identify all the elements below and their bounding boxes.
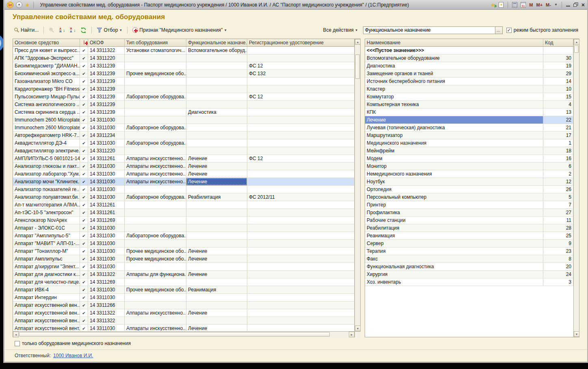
equipment-cell[interactable] [186, 85, 247, 93]
equipment-cell[interactable] [125, 116, 186, 124]
value-cell[interactable]: Рабочие станции [365, 217, 543, 224]
equipment-row[interactable]: Аппарат - ЭЛОКС-01С✔14 3311030 [13, 224, 355, 232]
equipment-cell[interactable]: Прочее медицинское обо... [125, 70, 186, 77]
equipment-horizontal-scrollbar[interactable]: ◄ ► [13, 331, 355, 337]
equipment-cell[interactable]: ✔ [80, 317, 88, 324]
value-cell[interactable]: Замещение органов и тканей [365, 70, 543, 77]
equipment-cell[interactable] [247, 286, 355, 293]
equipment-cell[interactable]: Система ангиологического ... [13, 101, 80, 108]
equipment-cell[interactable]: Лечение [186, 271, 247, 278]
equipment-cell[interactable]: ФС 12 [247, 93, 355, 100]
equipment-cell[interactable]: 14 3311030 [88, 224, 125, 232]
equipment-cell[interactable]: Ап-т магнитотерапия АЛМА... [13, 201, 80, 208]
equipment-cell[interactable] [247, 232, 355, 239]
equipment-cell[interactable]: ✔ [80, 70, 88, 77]
value-row[interactable]: Реабилитация28 [365, 224, 573, 232]
value-cell[interactable]: 13 [543, 109, 573, 116]
equipment-cell[interactable]: Аппарат искусственной вент... [13, 325, 80, 331]
equipment-cell[interactable] [247, 317, 355, 324]
value-cell[interactable]: Коммутатор [365, 93, 543, 100]
value-row[interactable]: Мейнфрейм18 [365, 147, 573, 155]
value-cell[interactable]: Модем [365, 155, 543, 162]
all-actions-button[interactable]: Все действия ▼ [322, 27, 359, 33]
equipment-cell[interactable]: ✔ [80, 286, 88, 293]
equipment-row[interactable]: Анализатор полуавтомат.би...✔14 3311030Л… [13, 193, 355, 201]
only-medical-checkbox[interactable]: только оборудование медицинского назначе… [15, 341, 131, 346]
equipment-cell[interactable]: 14 3311261 [88, 209, 125, 216]
equipment-cell[interactable] [247, 240, 355, 247]
equipment-cell[interactable]: Аппараты инскусственно... [125, 178, 186, 185]
equipment-cell[interactable]: Аппараты для функциона... [125, 271, 186, 278]
equipment-cell[interactable]: ✔ [80, 294, 88, 301]
equipment-cell[interactable]: Вспомогательное оборуд... [186, 47, 247, 54]
value-cell[interactable]: 28 [543, 224, 573, 232]
scroll-left-icon[interactable]: ◄ [13, 332, 19, 337]
value-cell[interactable]: Функциональная диагностика [365, 263, 543, 270]
equipment-cell[interactable]: ✔ [80, 201, 88, 208]
value-cell[interactable]: Профилактика [365, 209, 543, 216]
value-cell[interactable]: Персональный компьютер [365, 193, 543, 201]
equipment-cell[interactable]: Пресс для кювет и выпресс... [13, 47, 80, 54]
equipment-cell[interactable]: 14 3311239 [88, 109, 125, 116]
equipment-cell[interactable]: ✔ [80, 85, 88, 93]
column-header[interactable]: Код [543, 39, 573, 46]
restore-button[interactable] [573, 2, 578, 7]
equipment-cell[interactable] [247, 47, 355, 54]
calculator-icon[interactable] [512, 2, 517, 8]
value-row[interactable]: <<<Пустое значение>>> [365, 47, 573, 54]
equipment-cell[interactable] [247, 271, 355, 278]
equipment-cell[interactable] [186, 139, 247, 147]
filter-button[interactable]: Отбор ▼ [95, 27, 123, 33]
scroll-down-icon[interactable]: ▼ [355, 326, 361, 331]
value-cell[interactable]: 29 [543, 70, 573, 77]
equipment-cell[interactable]: Аквадистиллятор ДЭ-4 [13, 139, 80, 147]
sort-ascending-button[interactable]: АЯ ↓ [58, 27, 66, 33]
equipment-cell[interactable]: 14 3311234 [88, 132, 125, 139]
equipment-cell[interactable] [125, 78, 186, 85]
value-cell[interactable]: КПК [365, 109, 543, 116]
equipment-cell[interactable] [247, 224, 355, 232]
equipment-cell[interactable]: Реабилитация [186, 193, 247, 201]
value-row[interactable]: Диагностика19 [365, 62, 573, 70]
value-cell[interactable]: <<<Пустое значение>>> [365, 47, 543, 54]
equipment-cell[interactable]: Immunochem 2600 Microplate... [13, 124, 80, 131]
value-cell[interactable]: Лечение [365, 116, 543, 124]
equipment-row[interactable]: Аппарат "МАВИТ" АЛП-01-...✔14 3311030 [13, 240, 355, 247]
equipment-row[interactable]: Аппарат "Амплипульс-5"✔14 3311030Лаборат… [13, 232, 355, 240]
value-cell[interactable]: 26 [543, 186, 573, 193]
equipment-row[interactable]: Анализатор глюкозы и лакт...✔14 3311030А… [13, 163, 355, 170]
value-row[interactable]: Компьютерная техника4 [365, 101, 573, 109]
value-row[interactable]: Рабочие станции11 [365, 217, 573, 224]
equipment-cell[interactable]: Анализатор глюкозы и лакт... [13, 163, 80, 170]
value-cell[interactable]: 11 [543, 217, 573, 224]
equipment-cell[interactable]: 14 3311261 [88, 201, 125, 208]
value-row[interactable]: Профилактика27 [365, 209, 573, 217]
equipment-cell[interactable]: ✔ [80, 124, 88, 131]
value-cell[interactable]: Факс [365, 255, 543, 263]
equipment-cell[interactable]: ✔ [80, 93, 88, 100]
equipment-cell[interactable]: ✔ [80, 240, 88, 247]
column-header[interactable]: Основное средство [13, 39, 80, 46]
equipment-cell[interactable]: Аппарат для диагностики к... [13, 271, 80, 278]
equipment-cell[interactable] [186, 224, 247, 232]
equipment-row[interactable]: АМПЛИПУЛЬС-5 0801021-14✔14 3311261Аппара… [13, 155, 355, 163]
equipment-cell[interactable]: 14 3311030 [88, 240, 125, 247]
equipment-cell[interactable]: ✔ [80, 163, 88, 170]
equipment-cell[interactable]: ✔ [80, 147, 88, 154]
equipment-cell[interactable] [247, 201, 355, 208]
equipment-cell[interactable]: Аппарат для челюстно-лице... [13, 278, 80, 286]
equipment-cell[interactable]: ✔ [80, 224, 88, 232]
scroll-right-icon[interactable]: ► [349, 332, 355, 337]
value-cell[interactable]: 23 [543, 247, 573, 255]
equipment-cell[interactable] [247, 85, 355, 93]
equipment-row[interactable]: Аппарат Амплипульс✔14 3311030Прочее меди… [13, 255, 355, 263]
equipment-cell[interactable] [247, 255, 355, 263]
equipment-cell[interactable]: ФС 12 [247, 62, 355, 69]
equipment-cell[interactable]: 14 3311269 [88, 217, 125, 224]
value-row[interactable]: Факс8 [365, 255, 573, 263]
equipment-row[interactable]: Система скрининга сердца ...✔14 3311239Д… [13, 109, 355, 116]
equipment-cell[interactable] [247, 139, 355, 147]
equipment-cell[interactable]: 14 3311239 [88, 85, 125, 93]
column-header-medical[interactable] [80, 39, 88, 46]
column-header[interactable]: Регистрационное удостоверение [247, 39, 355, 46]
